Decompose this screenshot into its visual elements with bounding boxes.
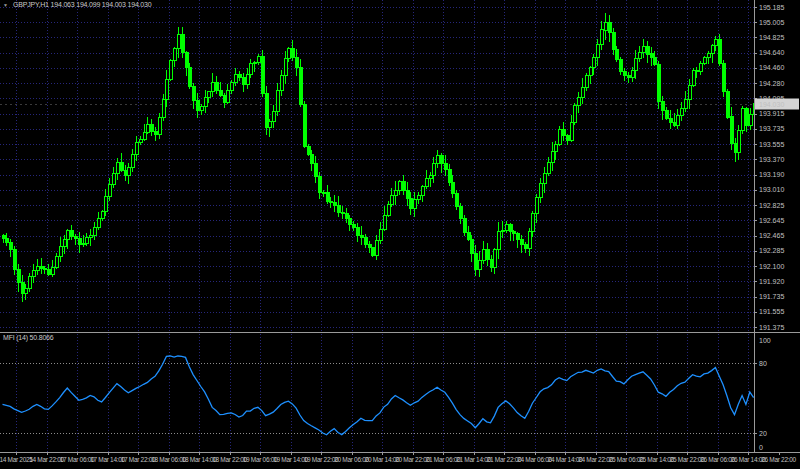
indicator-label: MFI (14) 50.8066 (3, 334, 54, 341)
price-scale-label: 193.370 (759, 156, 784, 163)
price-scale-label: 192.645 (759, 217, 784, 224)
chart-window[interactable]: 195.185195.005194.825194.640194.460194.2… (0, 0, 800, 469)
time-scale[interactable]: 14 Mar 202514 Mar 22:0017 Mar 06:0017 Ma… (0, 452, 797, 464)
indicator-scale-label: 100 (759, 337, 771, 344)
indicator-scale[interactable]: 10080200 (754, 337, 771, 451)
indicator-scale-label: 80 (759, 360, 767, 367)
price-scale-label: 193.915 (759, 110, 784, 117)
price-scale-label: 192.100 (759, 263, 784, 270)
price-scale-label: 194.825 (759, 34, 784, 41)
candlestick-chart[interactable]: 195.185195.005194.825194.640194.460194.2… (0, 0, 800, 469)
chart-title: GBPJPY,H1 194.063 194.099 194.003 194.03… (13, 1, 151, 8)
current-price-label: 194.030 (759, 101, 784, 108)
price-scale-label: 195.005 (759, 19, 784, 26)
symbol-dropdown-icon: ▼ (3, 2, 8, 8)
indicator-scale-label: 0 (759, 444, 763, 451)
candles-series (2, 13, 756, 302)
indicator-scale-label: 20 (759, 430, 767, 437)
grid (0, 0, 754, 452)
mfi-level-lines (0, 364, 754, 434)
price-scale-label: 194.640 (759, 49, 784, 56)
time-scale-label: 26 Mar 22:00 (761, 456, 796, 463)
price-scale-label: 191.375 (759, 324, 784, 331)
price-scale-label: 191.555 (759, 308, 784, 315)
price-scale-label: 193.010 (759, 186, 784, 193)
price-scale-label: 193.555 (759, 141, 784, 148)
price-scale-label: 194.280 (759, 80, 784, 87)
price-scale-label: 192.285 (759, 247, 784, 254)
price-scale-label: 191.735 (759, 293, 784, 300)
price-scale-label: 194.460 (759, 64, 784, 71)
price-scale-label: 191.920 (759, 278, 784, 285)
price-scale-label: 193.190 (759, 171, 784, 178)
price-scale-label: 195.185 (759, 4, 784, 11)
mfi-line (3, 356, 754, 435)
price-scale[interactable]: 195.185195.005194.825194.640194.460194.2… (754, 4, 799, 331)
price-scale-label: 193.735 (759, 125, 784, 132)
price-scale-label: 192.825 (759, 202, 784, 209)
price-scale-label: 192.465 (759, 232, 784, 239)
